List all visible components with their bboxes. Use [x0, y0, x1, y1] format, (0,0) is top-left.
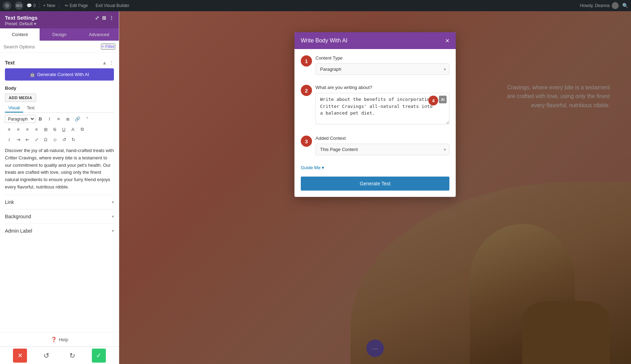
add-media-button[interactable]: ADD MEDIA [5, 94, 36, 102]
bottom-bar: ✕ ↺ ↻ ✓ [0, 346, 119, 364]
section-icons: ▲ ⋮ [102, 60, 114, 66]
background-chevron-icon: ▾ [112, 214, 114, 219]
copy-style-button[interactable]: ⧉ [78, 125, 86, 133]
background-section-header[interactable]: Background ▾ [5, 214, 114, 219]
tab-advanced[interactable]: Advanced [79, 28, 119, 41]
more-options-icon[interactable]: ⋮ [109, 15, 114, 21]
redo-button[interactable]: ↻ [66, 349, 80, 363]
step1-bubble: 1 [301, 55, 312, 67]
paragraph-select[interactable]: Paragraph Heading 1 Heading 2 [5, 115, 35, 123]
generate-ai-button[interactable]: 🤖 Generate Content With AI [5, 68, 114, 81]
new-label: New [47, 3, 55, 8]
search-input[interactable] [4, 44, 101, 49]
filter-button[interactable]: + Filter [101, 43, 115, 50]
admin-label-chevron-icon: ▾ [112, 228, 114, 233]
bold-button[interactable]: B [36, 115, 45, 123]
edit-page-label: Edit Page [70, 3, 88, 8]
howdy-label: Howdy, Deanna [580, 3, 610, 8]
link-section-header[interactable]: Link ▾ [5, 199, 114, 205]
writing-about-wrap: AI 4 [316, 93, 449, 126]
align-center-button[interactable]: ≡ [14, 125, 22, 133]
ordered-list-button[interactable]: ≣ [63, 115, 72, 123]
guide-me-button[interactable]: Guide Me ▾ [301, 165, 324, 170]
added-context-select[interactable]: This Page Content No Context Custom [316, 144, 449, 155]
editor-content[interactable]: Discover the joy of all-natural, hand-cr… [5, 146, 114, 195]
indent-button[interactable]: ⇥ [14, 136, 22, 144]
outdent-button[interactable]: ⇤ [23, 136, 32, 144]
step1-content: Content Type Paragraph List Heading ▾ [316, 55, 449, 80]
wp-logo-icon[interactable]: ⚙ [3, 1, 11, 10]
help-circle-icon: ❓ [51, 337, 57, 342]
columns-icon[interactable]: ⊞ [102, 15, 106, 21]
redo-icon: ↻ [69, 351, 75, 360]
modal-overlay: Write Body With AI × 1 Content Type Para… [119, 11, 631, 364]
editor-tab-visual[interactable]: Visual [5, 104, 23, 112]
step2-row: 2 What are you writing about? AI 4 [301, 85, 449, 131]
admin-label-section-header[interactable]: Admin Label ▾ [5, 228, 114, 234]
link-title: Link [5, 199, 14, 205]
strikethrough-button[interactable]: S [50, 125, 59, 133]
step4-bubble: 4 [428, 96, 438, 105]
content-type-label: Content Type [316, 55, 449, 61]
wp-search-icon[interactable]: 🔍 [622, 3, 628, 8]
align-justify-button[interactable]: ≡ [32, 125, 41, 133]
undo-icon: ↺ [43, 351, 49, 360]
w3-icon[interactable]: W3 [15, 1, 23, 10]
table-button[interactable]: ⊞ [41, 125, 50, 133]
special-chars-button[interactable]: Ω [41, 136, 50, 144]
comments-link[interactable]: 💬 0 [27, 3, 36, 8]
modal-body: 1 Content Type Paragraph List Heading ▾ [294, 49, 456, 197]
search-bar: + Filter [0, 41, 119, 53]
ai-modal: Write Body With AI × 1 Content Type Para… [294, 32, 456, 197]
undo-editor-button[interactable]: ↺ [60, 136, 68, 144]
guide-me-chevron-icon: ▾ [322, 165, 324, 170]
admin-label-title: Admin Label [5, 228, 32, 234]
preset-selector[interactable]: Preset: Default ▾ [5, 21, 114, 26]
section-more-icon[interactable]: ⋮ [109, 60, 114, 66]
tab-design[interactable]: Design [40, 28, 79, 41]
bar-separator [39, 3, 40, 8]
undo-button[interactable]: ↺ [39, 349, 53, 363]
emoji-button[interactable]: ☺ [50, 136, 59, 144]
modal-close-button[interactable]: × [445, 37, 449, 44]
unordered-list-button[interactable]: ≡ [54, 115, 63, 123]
added-context-select-wrap: This Page Content No Context Custom ▾ [316, 144, 449, 155]
ai-button-icon: 🤖 [30, 72, 35, 77]
generate-ai-label: Generate Content With AI [37, 72, 89, 77]
step3-bubble: 3 [301, 136, 312, 147]
italic-button[interactable]: I [45, 115, 54, 123]
text-color-button[interactable]: A [69, 125, 77, 133]
added-context-label: Added Context [316, 136, 449, 141]
underline-button[interactable]: U [60, 125, 68, 133]
align-left-button[interactable]: ≡ [5, 125, 13, 133]
expand-button[interactable]: ⤢ [32, 136, 41, 144]
italic2-button[interactable]: I [5, 136, 13, 144]
new-button[interactable]: + New [43, 3, 55, 8]
save-button[interactable]: ✓ [92, 349, 106, 363]
exit-builder-link[interactable]: Exit Visual Builder [94, 2, 132, 9]
generate-text-button[interactable]: Generate Text [301, 177, 449, 191]
collapse-icon[interactable]: ▲ [102, 60, 107, 66]
editor-toolbar-row1: Paragraph Heading 1 Heading 2 B I ≡ ≣ 🔗 … [5, 115, 114, 123]
edit-page-link[interactable]: ✏ Edit Page [63, 2, 90, 9]
fullscreen-icon[interactable]: ⤢ [95, 15, 99, 21]
panel-content: Text ▲ ⋮ 🤖 Generate Content With AI Body… [0, 53, 119, 332]
redo-editor-button[interactable]: ↻ [69, 136, 77, 144]
tab-content[interactable]: Content [0, 28, 40, 41]
link-button[interactable]: 🔗 [73, 115, 82, 123]
step3-row: 3 Added Context This Page Content No Con… [301, 136, 449, 160]
help-row[interactable]: ❓ Help [0, 332, 119, 346]
content-type-select[interactable]: Paragraph List Heading [316, 63, 449, 75]
user-avatar[interactable] [612, 2, 619, 9]
blockquote-button[interactable]: " [83, 115, 91, 123]
pencil-icon: ✏ [65, 3, 68, 8]
align-right-button[interactable]: ≡ [23, 125, 32, 133]
discard-button[interactable]: ✕ [13, 349, 27, 363]
step2-bubble: 2 [301, 85, 312, 96]
editor-tabs: Visual Text [5, 104, 114, 113]
editor-tab-text[interactable]: Text [23, 104, 38, 112]
exit-builder-label: Exit Visual Builder [96, 3, 130, 8]
comment-bubble-icon: 💬 [27, 3, 32, 8]
body-label: Body [5, 85, 114, 91]
modal-title: Write Body With AI [301, 37, 347, 44]
